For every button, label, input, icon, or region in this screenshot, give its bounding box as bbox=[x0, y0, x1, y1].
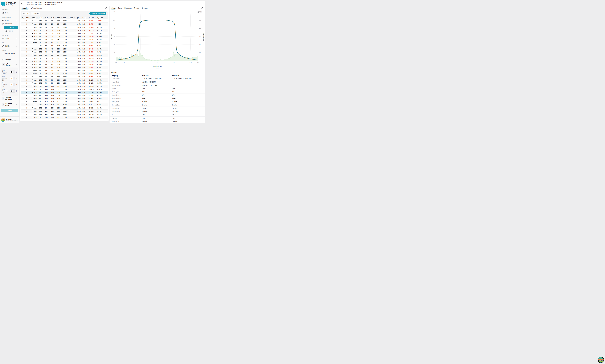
max-gamma-failure-input[interactable]: 5 bbox=[10, 70, 15, 74]
column-header-sym-diff[interactable]: Sym Diff bbox=[97, 17, 106, 19]
column-header-dose[interactable]: Dose bbox=[82, 17, 89, 19]
table-row[interactable]: 6PhotonSTD40402001000-100%Rel-1.54%0.16% bbox=[21, 47, 108, 51]
table-row[interactable]: 6PhotonSTD3030501000-100%Rel-1.19%0.07% bbox=[21, 26, 108, 29]
tab-histogram[interactable]: Histogram bbox=[124, 6, 132, 10]
sidebar-item-utilities[interactable]: Utilities bbox=[1, 44, 18, 48]
sidebar-item-home[interactable]: Home bbox=[1, 11, 18, 15]
table-row[interactable]: 6PhotonSTD100100501000-100%Rel-0.66%0.06… bbox=[21, 88, 108, 91]
qa-metrics-header[interactable]: QA Metrics bbox=[1, 62, 18, 67]
max-percent-diff-input[interactable]: 1 bbox=[10, 77, 15, 80]
expand-icon[interactable] bbox=[201, 7, 203, 9]
table-row[interactable]: 6PhotonSTD70702001000-100%Rel-0.22%0.16% bbox=[21, 78, 108, 82]
column-menu-icon[interactable] bbox=[94, 17, 95, 18]
max-percent-diff-stepper[interactable] bbox=[13, 77, 15, 79]
user-box[interactable]: 🌴 ehardesty ehardesty@alyzenmed.... bbox=[0, 117, 19, 123]
sort-button[interactable]: Sort bbox=[22, 12, 30, 15]
table-row[interactable]: 6PhotonSTD1001002001000-100%Rel-0.43%0.1… bbox=[21, 94, 108, 97]
table-row[interactable]: 6PhotonSTD200200151000-100%Rel-0.06%0% bbox=[21, 116, 108, 119]
table-row[interactable]: 6PhotonSTD50501001000-100%Rel-1.17%0.07% bbox=[21, 60, 108, 63]
column-menu-icon[interactable] bbox=[62, 17, 63, 18]
breadcrumb-item[interactable]: Measured bbox=[57, 2, 63, 3]
reset-icon[interactable] bbox=[16, 59, 17, 61]
expand-icon[interactable] bbox=[201, 72, 203, 74]
breadcrumb-item[interactable]: Demo Truebeam bbox=[44, 4, 55, 5]
table-row[interactable]: 6PhotonSTD1001001001000-100%Rel-0.32%0.0… bbox=[21, 91, 108, 94]
table-row[interactable]: 6PhotonSTD1501501001000-100%Rel-0.58%0.0… bbox=[21, 106, 108, 110]
column-menu-icon[interactable] bbox=[66, 17, 67, 18]
download-icon[interactable] bbox=[200, 11, 202, 13]
tab-overview[interactable]: Overview bbox=[142, 6, 148, 10]
table-row[interactable]: 6PhotonSTD150150501000-100%Rel-0.4%0.01% bbox=[21, 104, 108, 106]
column-header-ptcl[interactable]: PTCL↓2 bbox=[32, 17, 39, 19]
sidebar-item-validation[interactable]: Validation bbox=[1, 22, 18, 26]
breadcrumb-item[interactable]: AAA bbox=[57, 4, 59, 5]
scrollbar-thumb[interactable] bbox=[204, 76, 204, 88]
tab-trends[interactable]: Trends bbox=[134, 6, 139, 10]
table-row[interactable]: 6PhotonSTD7070151000-100%Rel-0.84%0.01% bbox=[21, 69, 108, 72]
table-row[interactable]: 6PhotonSTD40401001000-100%Rel-1.02%0.06% bbox=[21, 44, 108, 47]
sidebar-item-data[interactable]: Data bbox=[1, 19, 18, 22]
table-row[interactable]: 6PhotonSTD50502001000-100%Rel-1.03%0.18% bbox=[21, 63, 108, 66]
table-row[interactable]: 6PhotonSTD4040501000-100%Rel-0.79%0.09% bbox=[21, 41, 108, 44]
column-menu-icon[interactable] bbox=[79, 17, 80, 18]
column-menu-icon[interactable] bbox=[38, 17, 39, 18]
resize-handle[interactable] bbox=[155, 68, 159, 69]
column-header-fsy[interactable]: FsY↑6 bbox=[51, 17, 57, 19]
column-menu-icon[interactable] bbox=[75, 17, 76, 18]
table-row[interactable]: 6PhotonSTD4040151000-100%Rel-1.92%0.03% bbox=[21, 38, 108, 41]
max-symmetry-diff-input[interactable]: 2 bbox=[10, 90, 15, 92]
column-header-type[interactable]: Type↑ bbox=[22, 17, 26, 19]
sidebar-toggle-icon[interactable] bbox=[21, 2, 23, 5]
expand-icon[interactable] bbox=[105, 7, 107, 9]
group-absolute-dose[interactable]: Absolute Dose bbox=[1, 102, 18, 107]
max-symmetry-diff-stepper[interactable] bbox=[13, 90, 15, 92]
sidebar-item-compare[interactable]: Compare bbox=[4, 26, 18, 29]
column-header-fsx[interactable]: FsX↑5 bbox=[45, 17, 51, 19]
table-row[interactable]: 6PhotonSTD100100151000-100%Rel-0.37%0.04… bbox=[21, 85, 108, 88]
tab-table[interactable]: Table bbox=[118, 6, 122, 10]
table-row[interactable]: 6PhotonSTD5050151000-100%Rel-1.89%0.01% bbox=[21, 54, 108, 57]
table-row[interactable]: 6PhotonSTD70703001000-100%Rel-0.02%0.25% bbox=[21, 82, 108, 85]
table-row[interactable]: 6PhotonSTD1501502001000-100%Rel-0.08%0.1… bbox=[21, 110, 108, 113]
report-icon[interactable] bbox=[197, 11, 199, 13]
column-menu-icon[interactable] bbox=[56, 17, 57, 18]
table-row[interactable]: 6PhotonSTD40403001000-100%Rel-1.45%0.2% bbox=[21, 51, 108, 54]
sidebar-item-reports[interactable]: Reports bbox=[4, 29, 18, 33]
table-row[interactable]: 6PhotonSTD30302001000-100%Rel-3.11%0.11% bbox=[21, 32, 108, 35]
breadcrumb-item[interactable]: Demo Truebeam bbox=[44, 2, 55, 3]
tab-grouping[interactable]: Grouping bbox=[21, 6, 28, 10]
table-row[interactable]: 6PhotonSTD30301001000-100%Rel-2.51%0.07% bbox=[21, 29, 108, 32]
column-header-mode[interactable]: Mode↑4 bbox=[39, 17, 45, 19]
breadcrumb-item[interactable]: dev-Alyzen bbox=[35, 2, 42, 3]
tab-chart[interactable]: Chart bbox=[111, 6, 116, 10]
settings-row[interactable]: Settings bbox=[0, 57, 19, 62]
max-gamma-failure-stepper[interactable] bbox=[13, 71, 15, 73]
column-header-dpt[interactable]: DPT↑7 bbox=[57, 17, 63, 19]
apply-button[interactable]: Apply bbox=[1, 109, 18, 112]
column-header-wdg[interactable]: WDG↑8 bbox=[70, 17, 77, 19]
sidebar-item-administration[interactable]: Administration bbox=[1, 52, 18, 55]
group-gamma-parameters[interactable]: γGamma Parameters bbox=[1, 96, 18, 101]
sidebar-item-tg-51[interactable]: TG-51 bbox=[1, 37, 18, 40]
table-row[interactable]: 6PhotonSTD1001003001000-100%Rel-0.15%0.1… bbox=[21, 97, 108, 100]
breadcrumb-item[interactable]: dev-Alyzen bbox=[35, 4, 42, 5]
table-row[interactable]: 6PhotonSTD200200501000-100%Rel0.04%0.02% bbox=[21, 119, 108, 120]
column-header-qa[interactable]: QA bbox=[77, 17, 82, 19]
max-flatness-diff-stepper[interactable] bbox=[13, 83, 15, 86]
max-flatness-diff-input[interactable]: 1 bbox=[10, 83, 15, 86]
column-header-flat-diff[interactable]: Flat Diff bbox=[89, 17, 97, 19]
table-row[interactable]: 6PhotonSTD70701001000-100%Rel-1.25%0.07% bbox=[21, 75, 108, 78]
table-row[interactable]: 6PhotonSTD150150151000-100%Rel-0.06%0% bbox=[21, 100, 108, 104]
column-menu-icon[interactable] bbox=[86, 17, 87, 18]
column-menu-icon[interactable] bbox=[103, 17, 104, 18]
table-row[interactable]: 6PhotonSTD1501503001000-100%Rel-0.24%0.1… bbox=[21, 113, 108, 116]
filters-button[interactable]: Filters bbox=[31, 12, 40, 15]
column-header-nrg[interactable]: NRG↑3 bbox=[26, 17, 32, 19]
column-menu-icon[interactable] bbox=[50, 17, 51, 18]
table-row[interactable]: 6PhotonSTD5050501000-100%Rel-2.01%0.03% bbox=[21, 57, 108, 60]
table-row[interactable]: 6PhotonSTD30303001000-100%Rel-2.07%0.18% bbox=[21, 35, 108, 38]
tab-wedge-factors[interactable]: Wedge Factors bbox=[31, 6, 42, 10]
table-row[interactable]: 6PhotonSTD20203001000-100%Rel-3.01%-2.47… bbox=[21, 19, 108, 23]
table-row[interactable]: 6PhotonSTD7070501000-100%Rel-0.61%0.05% bbox=[21, 72, 108, 76]
table-row[interactable]: 6PhotonSTD3030151000-100%Rel-2.17%-0.08% bbox=[21, 23, 108, 26]
